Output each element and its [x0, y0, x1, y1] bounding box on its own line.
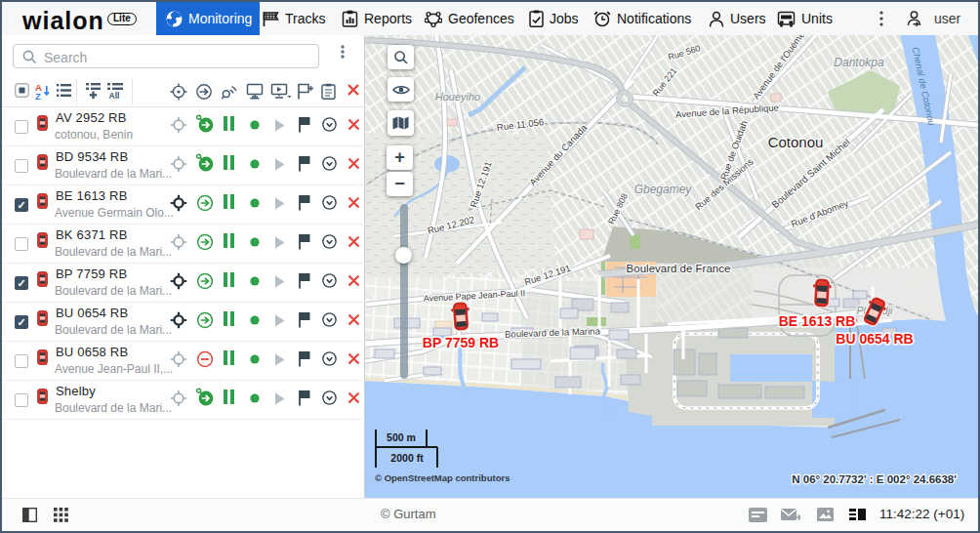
svg-text:Houeyiho: Houeyiho [435, 91, 480, 102]
svg-text:Boulevard de France: Boulevard de France [627, 263, 731, 274]
svg-text:All: All [109, 91, 120, 100]
svg-text:Cotonou: Cotonou [768, 134, 824, 150]
svg-text:Gbegamey: Gbegamey [634, 183, 693, 196]
svg-text:BU 0654 RB: BU 0654 RB [836, 331, 913, 347]
svg-text:BP 7759 RB: BP 7759 RB [423, 335, 499, 350]
svg-text:2000 ft: 2000 ft [390, 452, 424, 464]
svg-text:© OpenStreetMap contributors: © OpenStreetMap contributors [375, 472, 510, 483]
svg-text:Dantokpa: Dantokpa [834, 56, 884, 69]
svg-text:Z: Z [35, 91, 41, 101]
svg-text:BE 1613 RB: BE 1613 RB [779, 313, 856, 329]
svg-text:N 06° 20.7732' : E 002° 24.663: N 06° 20.7732' : E 002° 24.6638' [792, 473, 957, 485]
svg-text:500 m: 500 m [387, 431, 416, 443]
